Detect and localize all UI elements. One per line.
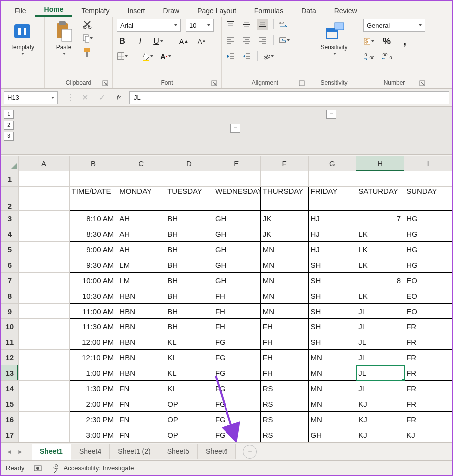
cell-H9[interactable]: JL: [356, 304, 404, 319]
cell-A17[interactable]: [18, 427, 69, 443]
sheet-tab-sheet6[interactable]: Sheet6: [198, 444, 236, 459]
row-header-9[interactable]: 9: [1, 304, 19, 319]
cell-D4[interactable]: BH: [165, 226, 213, 242]
cell-F2[interactable]: THURSDAY: [260, 187, 308, 211]
cell-F12[interactable]: FH: [260, 350, 308, 365]
cell-A10[interactable]: [18, 319, 69, 334]
row-header-6[interactable]: 6: [1, 257, 19, 273]
row-header-3[interactable]: 3: [1, 211, 19, 226]
cell-H8[interactable]: LK: [356, 288, 404, 304]
column-header-H[interactable]: H: [356, 156, 404, 171]
cell-H10[interactable]: JL: [356, 319, 404, 334]
row-header-7[interactable]: 7: [1, 273, 19, 288]
column-header-D[interactable]: D: [165, 156, 213, 171]
cell-G8[interactable]: SH: [308, 288, 356, 304]
cell-G2[interactable]: FRIDAY: [308, 187, 356, 211]
cell-B12[interactable]: 12:10 PM: [69, 350, 117, 365]
cell-D3[interactable]: BH: [165, 211, 213, 226]
ribbon-tab-file[interactable]: File: [6, 4, 35, 17]
cell-A14[interactable]: [18, 381, 69, 396]
cell-D2[interactable]: TUESDAY: [165, 187, 213, 211]
cell-D12[interactable]: KL: [165, 350, 213, 365]
cell-C13[interactable]: HBN: [117, 365, 165, 381]
cell-D8[interactable]: BH: [165, 288, 213, 304]
cell-G11[interactable]: SH: [308, 334, 356, 350]
ribbon-tab-data[interactable]: Data: [292, 4, 325, 17]
cell-D5[interactable]: BH: [165, 242, 213, 257]
number-format-select[interactable]: General: [363, 19, 425, 32]
ribbon-tab-templafy[interactable]: Templafy: [72, 4, 118, 17]
column-header-A[interactable]: A: [18, 156, 69, 171]
cell-A11[interactable]: [18, 334, 69, 350]
cell-I6[interactable]: HG: [404, 257, 452, 273]
cell-F16[interactable]: RS: [260, 412, 308, 427]
cell-D1[interactable]: [165, 171, 213, 187]
row-header-8[interactable]: 8: [1, 288, 19, 304]
templafy-button[interactable]: Templafy: [5, 19, 40, 55]
cell-B4[interactable]: 8:30 AM: [69, 226, 117, 242]
cell-I7[interactable]: EO: [404, 273, 452, 288]
cell-F8[interactable]: MN: [260, 288, 308, 304]
cell-H12[interactable]: JL: [356, 350, 404, 365]
column-header-F[interactable]: F: [260, 156, 308, 171]
cell-D16[interactable]: OP: [165, 412, 213, 427]
row-header-2[interactable]: 2: [1, 187, 19, 211]
cell-D15[interactable]: OP: [165, 396, 213, 412]
copy-button[interactable]: [82, 33, 93, 44]
orientation-button[interactable]: ab: [263, 51, 274, 62]
cell-C8[interactable]: HBN: [117, 288, 165, 304]
cell-C1[interactable]: [117, 171, 165, 187]
borders-button[interactable]: [117, 51, 128, 62]
cell-D10[interactable]: BH: [165, 319, 213, 334]
sensitivity-button[interactable]: Sensitivity: [313, 19, 355, 55]
cell-F1[interactable]: [260, 171, 308, 187]
cell-B3[interactable]: 8:10 AM: [69, 211, 117, 226]
macro-record-icon[interactable]: [34, 465, 43, 472]
row-header-16[interactable]: 16: [1, 412, 19, 427]
cell-F15[interactable]: RS: [260, 396, 308, 412]
column-header-B[interactable]: B: [69, 156, 117, 171]
cell-C5[interactable]: AH: [117, 242, 165, 257]
cell-A8[interactable]: [18, 288, 69, 304]
cell-I16[interactable]: FR: [404, 412, 452, 427]
cell-F9[interactable]: MN: [260, 304, 308, 319]
cell-E14[interactable]: FG: [213, 381, 260, 396]
percent-button[interactable]: %: [381, 36, 392, 47]
cell-G5[interactable]: HJ: [308, 242, 356, 257]
row-header-11[interactable]: 11: [1, 334, 19, 350]
cell-B7[interactable]: 10:00 AM: [69, 273, 117, 288]
align-middle-button[interactable]: [241, 19, 252, 30]
cell-B15[interactable]: 2:00 PM: [69, 396, 117, 412]
cell-F13[interactable]: FH: [260, 365, 308, 381]
name-box[interactable]: H13: [4, 91, 58, 104]
column-header-E[interactable]: E: [213, 156, 260, 171]
cell-I4[interactable]: HG: [404, 226, 452, 242]
cell-B16[interactable]: 2:30 PM: [69, 412, 117, 427]
cell-E1[interactable]: [213, 171, 260, 187]
cell-H6[interactable]: LK: [356, 257, 404, 273]
formula-input[interactable]: JL: [129, 91, 449, 104]
insert-function-button[interactable]: fx: [112, 91, 125, 104]
spreadsheet-grid[interactable]: ABCDEFGHI12TIME/DATEMONDAYTUESDAYWEDNESD…: [1, 156, 452, 442]
cell-B8[interactable]: 10:30 AM: [69, 288, 117, 304]
cell-G3[interactable]: HJ: [308, 211, 356, 226]
cell-C14[interactable]: FN: [117, 381, 165, 396]
row-header-14[interactable]: 14: [1, 381, 19, 396]
cell-G13[interactable]: MN: [308, 365, 356, 381]
cell-I5[interactable]: HG: [404, 242, 452, 257]
column-header-I[interactable]: I: [404, 156, 452, 171]
cell-E4[interactable]: GH: [213, 226, 260, 242]
collapse-group-button[interactable]: −: [326, 110, 336, 119]
decrease-indent-button[interactable]: [226, 51, 236, 62]
cell-D17[interactable]: OP: [165, 427, 213, 443]
cell-C6[interactable]: LM: [117, 257, 165, 273]
cell-I9[interactable]: EO: [404, 304, 452, 319]
cell-C12[interactable]: HBN: [117, 350, 165, 365]
cell-C15[interactable]: FN: [117, 396, 165, 412]
font-size-select[interactable]: 10: [186, 19, 214, 32]
row-header-4[interactable]: 4: [1, 226, 19, 242]
cell-A16[interactable]: [18, 412, 69, 427]
increase-decimal-button[interactable]: .0.00: [363, 51, 374, 62]
collapse-group-button[interactable]: −: [230, 124, 240, 133]
column-header-G[interactable]: G: [308, 156, 356, 171]
